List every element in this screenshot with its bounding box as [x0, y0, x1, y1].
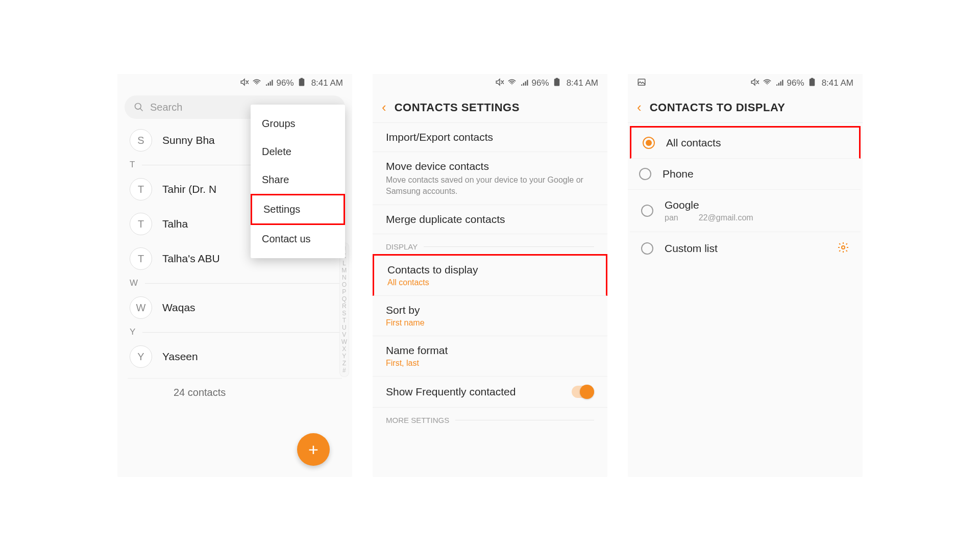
- battery-percent: 96%: [532, 78, 549, 88]
- avatar: S: [130, 129, 152, 152]
- battery-percent: 96%: [277, 78, 294, 88]
- mute-icon: [240, 78, 249, 89]
- setting-import-export[interactable]: Import/Export contacts: [373, 123, 607, 152]
- svg-point-2: [135, 104, 141, 110]
- add-contact-fab[interactable]: +: [297, 433, 330, 466]
- search-placeholder: Search: [150, 102, 182, 113]
- page-title: CONTACTS SETTINGS: [395, 101, 520, 114]
- menu-settings[interactable]: Settings: [251, 194, 345, 225]
- avatar: T: [130, 213, 152, 235]
- setting-name-format[interactable]: Name format First, last: [373, 336, 607, 377]
- contact-name: Yaseen: [162, 350, 198, 363]
- alpha-index-rail[interactable]: JKL MNO PQR STU VWX YZ#: [339, 242, 349, 377]
- radio-icon: [639, 168, 651, 180]
- radio-google[interactable]: Google pan 22@gmail.com: [630, 190, 861, 232]
- contacts-to-display-screen: 96% 8:41 AM ‹ CONTACTS TO DISPLAY All co…: [628, 74, 863, 477]
- setting-merge[interactable]: Merge duplicate contacts: [373, 205, 607, 234]
- avatar: W: [130, 296, 152, 319]
- mute-icon: [750, 78, 760, 89]
- setting-contacts-to-display[interactable]: Contacts to display All contacts: [373, 254, 607, 296]
- avatar: T: [130, 247, 152, 270]
- menu-delete[interactable]: Delete: [251, 138, 345, 166]
- battery-icon: [807, 78, 817, 89]
- plus-icon: +: [308, 440, 318, 460]
- setting-sort-by[interactable]: Sort by First name: [373, 296, 607, 336]
- wifi-icon: [507, 78, 517, 89]
- overflow-menu: Groups Delete Share Settings Contact us: [251, 105, 345, 258]
- page-title: CONTACTS TO DISPLAY: [650, 101, 786, 114]
- contact-row[interactable]: Y Yaseen: [117, 339, 352, 374]
- svg-rect-8: [811, 78, 813, 79]
- section-more: MORE SETTINGS: [373, 408, 607, 428]
- header: ‹ CONTACTS SETTINGS: [373, 92, 607, 123]
- back-button[interactable]: ‹: [637, 99, 642, 115]
- section-header: W: [117, 276, 352, 290]
- clock-text: 8:41 AM: [822, 78, 853, 88]
- signal-icon: [264, 78, 274, 89]
- svg-rect-4: [554, 79, 559, 86]
- google-account: pan 22@gmail.com: [665, 213, 849, 222]
- contacts-settings-screen: 96% 8:41 AM ‹ CONTACTS SETTINGS Import/E…: [373, 74, 607, 477]
- picture-icon: [637, 78, 646, 89]
- avatar: Y: [130, 345, 152, 368]
- gear-icon[interactable]: [837, 241, 849, 256]
- setting-frequently-contacted[interactable]: Show Frequently contacted: [373, 377, 607, 408]
- contact-name: Talha's ABU: [162, 253, 220, 265]
- contacts-count: 24 contacts: [117, 379, 352, 413]
- radio-phone[interactable]: Phone: [628, 159, 861, 190]
- svg-point-9: [842, 246, 845, 249]
- svg-rect-0: [299, 79, 304, 86]
- header: ‹ CONTACTS TO DISPLAY: [628, 92, 863, 123]
- svg-rect-1: [300, 78, 303, 79]
- svg-rect-5: [555, 78, 558, 79]
- contact-name: Sunny Bha: [162, 134, 215, 146]
- battery-icon: [552, 78, 561, 89]
- radio-all-contacts[interactable]: All contacts: [630, 126, 861, 159]
- radio-icon: [641, 205, 653, 217]
- menu-contactus[interactable]: Contact us: [251, 225, 345, 253]
- status-bar: 96% 8:41 AM: [117, 74, 352, 92]
- radio-custom-list[interactable]: Custom list: [630, 232, 861, 265]
- signal-icon: [775, 78, 784, 89]
- mute-icon: [495, 78, 504, 89]
- signal-icon: [520, 78, 529, 89]
- svg-line-3: [140, 109, 143, 111]
- wifi-icon: [763, 78, 772, 89]
- search-icon: [134, 102, 144, 112]
- contact-name: Talha: [162, 218, 188, 230]
- contacts-list-screen: 96% 8:41 AM Search S Sunny Bha T T Tahir…: [117, 74, 352, 477]
- back-button[interactable]: ‹: [382, 99, 386, 115]
- clock-text: 8:41 AM: [567, 78, 598, 88]
- toggle-switch[interactable]: [572, 386, 594, 398]
- status-bar: 96% 8:41 AM: [373, 74, 607, 92]
- clock-text: 8:41 AM: [311, 78, 343, 88]
- contact-name: Waqas: [162, 302, 195, 314]
- menu-groups[interactable]: Groups: [251, 110, 345, 138]
- wifi-icon: [252, 78, 261, 89]
- radio-icon: [641, 242, 653, 255]
- battery-percent: 96%: [787, 78, 804, 88]
- battery-icon: [297, 78, 306, 89]
- avatar: T: [130, 178, 152, 201]
- status-bar: 96% 8:41 AM: [628, 74, 863, 92]
- section-header: Y: [117, 325, 352, 339]
- contact-name: Tahir (Dr. N: [162, 183, 216, 195]
- section-display: DISPLAY: [373, 234, 607, 254]
- contact-row[interactable]: W Waqas: [117, 290, 352, 325]
- svg-rect-7: [809, 79, 815, 86]
- menu-share[interactable]: Share: [251, 166, 345, 194]
- radio-icon: [643, 137, 655, 149]
- setting-move-device[interactable]: Move device contacts Move contacts saved…: [373, 152, 607, 205]
